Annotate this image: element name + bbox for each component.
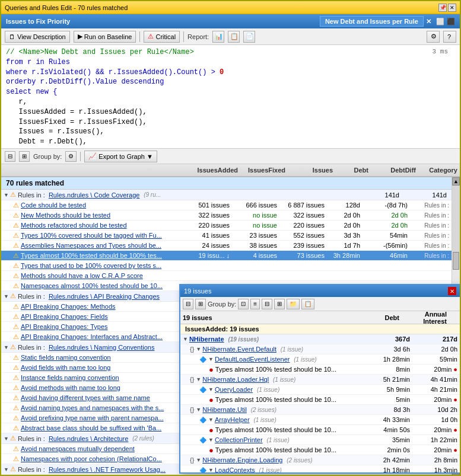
group-by-settings[interactable]: ⚙: [65, 151, 77, 162]
scroll-thumb[interactable]: [453, 252, 459, 270]
report-btn3[interactable]: 📄: [243, 31, 255, 43]
float-row[interactable]: ● Types almost 100% tested should be 10.…: [180, 365, 460, 375]
float-row[interactable]: {} ▼ NHibernate.Event.Default (1 issue) …: [180, 344, 460, 354]
naming-link[interactable]: Rules.ndrules \ Naming Conventions: [49, 344, 155, 351]
row-name[interactable]: Types almost 100% tested should be 100% …: [21, 252, 179, 259]
queryloader-link[interactable]: QueryLoader: [215, 386, 253, 393]
settings-button[interactable]: ⚙: [427, 31, 440, 43]
expand-icon[interactable]: ▼: [196, 346, 201, 352]
expand-icon[interactable]: ▼: [4, 293, 9, 299]
float-group-icon3[interactable]: ⊟: [262, 299, 272, 309]
float-group-icon1[interactable]: ⊡: [238, 299, 249, 309]
float-row[interactable]: ● Types almost 100% tested should be 10.…: [180, 425, 460, 435]
float-group-icon2[interactable]: ≡: [250, 299, 260, 309]
close-button[interactable]: ✕: [448, 4, 456, 12]
row-name[interactable]: Methods refactored should be tested: [21, 222, 179, 229]
row-rules-in[interactable]: Rules in :: [410, 202, 452, 209]
expand-icon[interactable]: ▼: [4, 192, 9, 198]
expand-icon[interactable]: ▼: [196, 407, 201, 413]
float-panel-close[interactable]: ✕: [448, 287, 456, 295]
float-group-icon6[interactable]: 📋: [301, 299, 314, 309]
float-row[interactable]: 🔷 ▼ QueryLoader (1 issue) 5h 9min 4h 21m…: [180, 385, 460, 395]
group-icon-btn1[interactable]: ⊟: [5, 151, 15, 162]
float-row[interactable]: 🔷 ▼ LoadContexts (1 issue) 1h 18min 1h 3…: [180, 465, 460, 472]
expand-icon[interactable]: ▼: [196, 457, 201, 463]
expand-icon[interactable]: ▼: [208, 417, 214, 423]
api-link[interactable]: Rules.ndrules \ API Breaking Changes: [49, 293, 160, 300]
tab-close-icon[interactable]: ✕: [426, 18, 431, 25]
net-link[interactable]: Rules.ndrules \ .NET Framework Usag...: [49, 466, 166, 473]
collectionprinter-link[interactable]: CollectionPrinter: [215, 436, 263, 443]
nhibernate-util-link[interactable]: NHibernate.Util: [202, 406, 247, 413]
float-toolbar-btn1[interactable]: ⊟: [183, 299, 193, 309]
expand-icon[interactable]: ▼: [208, 467, 214, 472]
arrayhelper-link[interactable]: ArrayHelper: [215, 416, 250, 423]
row-rules-in[interactable]: Rules in :: [410, 242, 452, 249]
help-button[interactable]: ?: [443, 31, 456, 43]
report-btn2[interactable]: 📋: [228, 31, 240, 43]
row-rules-in[interactable]: Rules in :: [410, 232, 452, 239]
event-default-link[interactable]: NHibernate.Event.Default: [202, 346, 276, 353]
float-row[interactable]: {} ▼ NHibernate.Loader.Hql (1 issue) 5h …: [180, 375, 460, 385]
tab-popup-icon[interactable]: ⬜: [436, 18, 444, 25]
row-name[interactable]: Code should be tested: [21, 202, 179, 209]
expand-icon[interactable]: ▼: [208, 356, 214, 362]
table-row-selected[interactable]: ⚠ Types almost 100% tested should be 100…: [1, 251, 452, 261]
row-rules-in[interactable]: Rules in :: [410, 222, 452, 229]
float-group-icon4[interactable]: ⊞: [274, 299, 285, 309]
col-header-issues-added[interactable]: IssuesAdded: [187, 167, 240, 174]
loader-link[interactable]: DefaultLoadEventListener: [215, 356, 290, 363]
table-row[interactable]: ⚠ New Methods should be tested 322 issue…: [1, 210, 452, 221]
row-name[interactable]: Assemblies Namespaces and Types should b…: [21, 242, 179, 249]
expand-icon[interactable]: ▼: [208, 437, 214, 443]
report-btn1[interactable]: 📊: [212, 31, 224, 43]
run-on-baseline-button[interactable]: ▶ Run on Baseline: [74, 31, 136, 43]
table-row[interactable]: ⚠ Types that used to be 100% covered by …: [1, 261, 452, 271]
group-icon-btn2[interactable]: ⊞: [19, 151, 30, 162]
col-header-debt[interactable]: Debt: [335, 167, 371, 174]
view-description-button[interactable]: 🗒 View Description: [5, 31, 70, 43]
float-row[interactable]: ● Types almost 100% tested should be 10.…: [180, 445, 460, 455]
float-toolbar-btn2[interactable]: ⊞: [195, 299, 206, 309]
expand-icon[interactable]: ▼: [4, 436, 9, 442]
active-tab[interactable]: New Debt and Issues per Rule: [320, 16, 424, 27]
nhibernate-link[interactable]: NHibernate: [189, 336, 224, 343]
row-name[interactable]: Methods should have a low C.R.A.P score: [21, 272, 233, 279]
engine-loading-link[interactable]: NHibernate.Engine.Loading: [202, 456, 282, 464]
float-group-icon5[interactable]: 📁: [287, 299, 300, 309]
table-row[interactable]: ⚠ Methods should have a low C.R.A.P scor…: [1, 271, 452, 281]
group-row-code-coverage[interactable]: ▼ ⚠ Rules in : Rules.ndrules \ Code Cove…: [1, 190, 452, 200]
col-header-issues-fixed[interactable]: IssuesFixed: [240, 167, 288, 174]
expand-icon[interactable]: ▼: [196, 376, 201, 382]
arch-link[interactable]: Rules.ndrules \ Architecture: [49, 435, 129, 442]
col-header-category[interactable]: Category: [418, 167, 460, 174]
expand-icon[interactable]: ▼: [183, 336, 188, 342]
table-row[interactable]: ⚠ Assemblies Namespaces and Types should…: [1, 241, 452, 251]
code-editor[interactable]: 3 ms // <Name>New Debt and Issues per Ru…: [1, 45, 460, 149]
table-row[interactable]: ⚠ Types 100% covered should be tagged wi…: [1, 231, 452, 241]
float-row[interactable]: 🔷 ▼ ArrayHelper (1 issue) 4h 33min 1d 0h: [180, 415, 460, 425]
float-row[interactable]: 🔷 ▼ CollectionPrinter (1 issue) 35min 1h…: [180, 435, 460, 445]
float-row[interactable]: {} ▼ NHibernate.Util (2 issues) 8d 3h 10…: [180, 405, 460, 415]
code-coverage-link[interactable]: Rules.ndrules \ Code Coverage: [49, 191, 139, 199]
col-header-issues[interactable]: Issues: [288, 167, 335, 174]
row-name[interactable]: Types 100% covered should be tagged with…: [21, 232, 179, 239]
scroll-up[interactable]: ▲: [452, 177, 460, 186]
loader-hql-link[interactable]: NHibernate.Loader.Hql: [202, 376, 269, 383]
export-to-graph-button[interactable]: 📈 Export to Graph ▼: [84, 151, 157, 162]
panel-expand-icon[interactable]: ⬛: [447, 18, 455, 25]
row-name[interactable]: Types that used to be 100% covered by te…: [21, 262, 233, 269]
expand-icon[interactable]: ▼: [4, 344, 9, 350]
float-row[interactable]: 🔷 ▼ DefaultLoadEventListener (1 issue) 1…: [180, 354, 460, 365]
table-row[interactable]: ⚠ Code should be tested 501 issues 666 i…: [1, 200, 452, 210]
row-rules-in[interactable]: Rules in :: [410, 253, 452, 259]
expand-icon[interactable]: ▼: [4, 467, 9, 472]
table-row[interactable]: ⚠ Methods refactored should be tested 22…: [1, 221, 452, 231]
float-row[interactable]: {} ▼ NHibernate.Engine.Loading (2 issues…: [180, 455, 460, 465]
float-row[interactable]: ● Types almost 100% tested should be 10.…: [180, 395, 460, 405]
float-body[interactable]: IssuesAdded: 19 issues ▼ NHibernate (19 …: [180, 324, 460, 472]
col-header-debt-diff[interactable]: DebtDiff: [371, 167, 418, 174]
loadcontexts-link[interactable]: LoadContexts: [215, 467, 255, 472]
row-rules-in[interactable]: Rules in :: [410, 212, 452, 219]
critical-button[interactable]: ⚠ Critical: [144, 31, 180, 43]
